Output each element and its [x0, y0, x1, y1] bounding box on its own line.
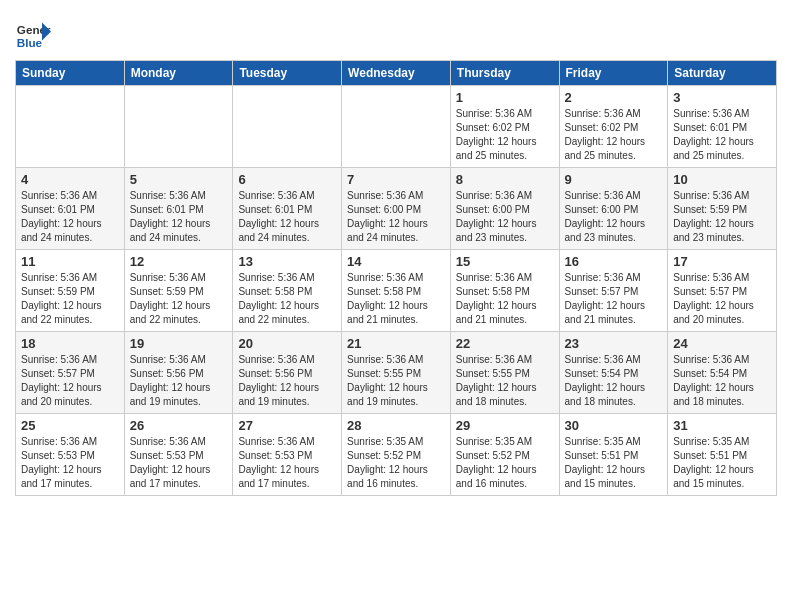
day-number: 18 [21, 336, 119, 351]
day-number: 27 [238, 418, 336, 433]
day-number: 23 [565, 336, 663, 351]
day-header-wednesday: Wednesday [342, 61, 451, 86]
calendar-cell: 5Sunrise: 5:36 AM Sunset: 6:01 PM Daylig… [124, 168, 233, 250]
calendar-cell: 25Sunrise: 5:36 AM Sunset: 5:53 PM Dayli… [16, 414, 125, 496]
day-number: 5 [130, 172, 228, 187]
calendar-cell: 3Sunrise: 5:36 AM Sunset: 6:01 PM Daylig… [668, 86, 777, 168]
cell-content: Sunrise: 5:36 AM Sunset: 5:54 PM Dayligh… [565, 353, 663, 409]
cell-content: Sunrise: 5:36 AM Sunset: 5:53 PM Dayligh… [21, 435, 119, 491]
svg-text:Blue: Blue [17, 36, 43, 49]
cell-content: Sunrise: 5:36 AM Sunset: 6:01 PM Dayligh… [673, 107, 771, 163]
day-number: 11 [21, 254, 119, 269]
day-number: 4 [21, 172, 119, 187]
cell-content: Sunrise: 5:36 AM Sunset: 6:00 PM Dayligh… [456, 189, 554, 245]
cell-content: Sunrise: 5:36 AM Sunset: 5:58 PM Dayligh… [456, 271, 554, 327]
calendar-cell: 15Sunrise: 5:36 AM Sunset: 5:58 PM Dayli… [450, 250, 559, 332]
calendar-cell [16, 86, 125, 168]
calendar-cell: 22Sunrise: 5:36 AM Sunset: 5:55 PM Dayli… [450, 332, 559, 414]
cell-content: Sunrise: 5:36 AM Sunset: 5:57 PM Dayligh… [21, 353, 119, 409]
day-number: 7 [347, 172, 445, 187]
cell-content: Sunrise: 5:36 AM Sunset: 5:59 PM Dayligh… [673, 189, 771, 245]
day-number: 2 [565, 90, 663, 105]
day-number: 25 [21, 418, 119, 433]
day-number: 3 [673, 90, 771, 105]
cell-content: Sunrise: 5:36 AM Sunset: 5:56 PM Dayligh… [238, 353, 336, 409]
cell-content: Sunrise: 5:36 AM Sunset: 5:59 PM Dayligh… [130, 271, 228, 327]
cell-content: Sunrise: 5:36 AM Sunset: 5:57 PM Dayligh… [673, 271, 771, 327]
calendar-cell [342, 86, 451, 168]
cell-content: Sunrise: 5:36 AM Sunset: 6:01 PM Dayligh… [130, 189, 228, 245]
calendar-week-row: 1Sunrise: 5:36 AM Sunset: 6:02 PM Daylig… [16, 86, 777, 168]
cell-content: Sunrise: 5:36 AM Sunset: 6:02 PM Dayligh… [456, 107, 554, 163]
day-header-friday: Friday [559, 61, 668, 86]
calendar-cell: 23Sunrise: 5:36 AM Sunset: 5:54 PM Dayli… [559, 332, 668, 414]
calendar-week-row: 25Sunrise: 5:36 AM Sunset: 5:53 PM Dayli… [16, 414, 777, 496]
calendar-cell [233, 86, 342, 168]
logo-icon: General Blue [15, 18, 51, 54]
calendar-cell: 10Sunrise: 5:36 AM Sunset: 5:59 PM Dayli… [668, 168, 777, 250]
day-number: 30 [565, 418, 663, 433]
calendar-cell: 31Sunrise: 5:35 AM Sunset: 5:51 PM Dayli… [668, 414, 777, 496]
calendar-cell: 16Sunrise: 5:36 AM Sunset: 5:57 PM Dayli… [559, 250, 668, 332]
calendar-week-row: 11Sunrise: 5:36 AM Sunset: 5:59 PM Dayli… [16, 250, 777, 332]
calendar-cell: 13Sunrise: 5:36 AM Sunset: 5:58 PM Dayli… [233, 250, 342, 332]
cell-content: Sunrise: 5:35 AM Sunset: 5:51 PM Dayligh… [673, 435, 771, 491]
day-number: 14 [347, 254, 445, 269]
day-header-monday: Monday [124, 61, 233, 86]
day-number: 10 [673, 172, 771, 187]
cell-content: Sunrise: 5:36 AM Sunset: 5:53 PM Dayligh… [130, 435, 228, 491]
day-number: 22 [456, 336, 554, 351]
day-number: 26 [130, 418, 228, 433]
calendar-cell: 8Sunrise: 5:36 AM Sunset: 6:00 PM Daylig… [450, 168, 559, 250]
cell-content: Sunrise: 5:36 AM Sunset: 6:00 PM Dayligh… [565, 189, 663, 245]
cell-content: Sunrise: 5:35 AM Sunset: 5:52 PM Dayligh… [456, 435, 554, 491]
calendar-cell [124, 86, 233, 168]
day-number: 31 [673, 418, 771, 433]
day-number: 8 [456, 172, 554, 187]
calendar-cell: 12Sunrise: 5:36 AM Sunset: 5:59 PM Dayli… [124, 250, 233, 332]
day-number: 29 [456, 418, 554, 433]
calendar-cell: 27Sunrise: 5:36 AM Sunset: 5:53 PM Dayli… [233, 414, 342, 496]
calendar-cell: 7Sunrise: 5:36 AM Sunset: 6:00 PM Daylig… [342, 168, 451, 250]
calendar-cell: 14Sunrise: 5:36 AM Sunset: 5:58 PM Dayli… [342, 250, 451, 332]
cell-content: Sunrise: 5:36 AM Sunset: 5:57 PM Dayligh… [565, 271, 663, 327]
calendar-cell: 1Sunrise: 5:36 AM Sunset: 6:02 PM Daylig… [450, 86, 559, 168]
day-number: 15 [456, 254, 554, 269]
calendar-cell: 21Sunrise: 5:36 AM Sunset: 5:55 PM Dayli… [342, 332, 451, 414]
calendar-cell: 11Sunrise: 5:36 AM Sunset: 5:59 PM Dayli… [16, 250, 125, 332]
day-number: 28 [347, 418, 445, 433]
calendar-cell: 18Sunrise: 5:36 AM Sunset: 5:57 PM Dayli… [16, 332, 125, 414]
calendar-cell: 19Sunrise: 5:36 AM Sunset: 5:56 PM Dayli… [124, 332, 233, 414]
calendar-cell: 20Sunrise: 5:36 AM Sunset: 5:56 PM Dayli… [233, 332, 342, 414]
day-number: 6 [238, 172, 336, 187]
day-number: 9 [565, 172, 663, 187]
day-header-saturday: Saturday [668, 61, 777, 86]
day-number: 21 [347, 336, 445, 351]
calendar-week-row: 4Sunrise: 5:36 AM Sunset: 6:01 PM Daylig… [16, 168, 777, 250]
day-number: 12 [130, 254, 228, 269]
cell-content: Sunrise: 5:36 AM Sunset: 5:53 PM Dayligh… [238, 435, 336, 491]
day-number: 24 [673, 336, 771, 351]
cell-content: Sunrise: 5:36 AM Sunset: 6:01 PM Dayligh… [21, 189, 119, 245]
cell-content: Sunrise: 5:36 AM Sunset: 5:58 PM Dayligh… [347, 271, 445, 327]
calendar-cell: 2Sunrise: 5:36 AM Sunset: 6:02 PM Daylig… [559, 86, 668, 168]
calendar-cell: 24Sunrise: 5:36 AM Sunset: 5:54 PM Dayli… [668, 332, 777, 414]
day-header-thursday: Thursday [450, 61, 559, 86]
cell-content: Sunrise: 5:36 AM Sunset: 6:00 PM Dayligh… [347, 189, 445, 245]
calendar-cell: 6Sunrise: 5:36 AM Sunset: 6:01 PM Daylig… [233, 168, 342, 250]
logo: General Blue [15, 18, 55, 54]
cell-content: Sunrise: 5:36 AM Sunset: 5:54 PM Dayligh… [673, 353, 771, 409]
day-number: 13 [238, 254, 336, 269]
day-number: 19 [130, 336, 228, 351]
cell-content: Sunrise: 5:36 AM Sunset: 6:01 PM Dayligh… [238, 189, 336, 245]
cell-content: Sunrise: 5:35 AM Sunset: 5:51 PM Dayligh… [565, 435, 663, 491]
calendar-header-row: SundayMondayTuesdayWednesdayThursdayFrid… [16, 61, 777, 86]
calendar-cell: 29Sunrise: 5:35 AM Sunset: 5:52 PM Dayli… [450, 414, 559, 496]
cell-content: Sunrise: 5:36 AM Sunset: 5:58 PM Dayligh… [238, 271, 336, 327]
calendar-cell: 28Sunrise: 5:35 AM Sunset: 5:52 PM Dayli… [342, 414, 451, 496]
cell-content: Sunrise: 5:36 AM Sunset: 5:55 PM Dayligh… [347, 353, 445, 409]
day-header-sunday: Sunday [16, 61, 125, 86]
cell-content: Sunrise: 5:36 AM Sunset: 5:59 PM Dayligh… [21, 271, 119, 327]
calendar-cell: 26Sunrise: 5:36 AM Sunset: 5:53 PM Dayli… [124, 414, 233, 496]
calendar-cell: 4Sunrise: 5:36 AM Sunset: 6:01 PM Daylig… [16, 168, 125, 250]
